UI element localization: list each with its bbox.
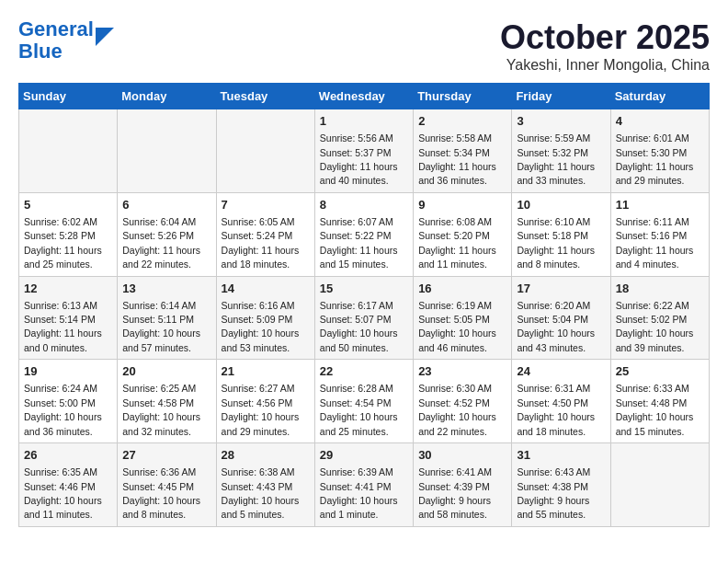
calendar-cell <box>216 109 314 193</box>
page-header: General Blue October 2025 Yakeshi, Inner… <box>18 18 710 74</box>
day-number: 14 <box>222 281 310 297</box>
calendar-week-5: 26Sunrise: 6:35 AM Sunset: 4:46 PM Dayli… <box>19 443 710 527</box>
calendar-cell: 31Sunrise: 6:43 AM Sunset: 4:38 PM Dayli… <box>512 443 610 527</box>
day-info: Sunrise: 6:10 AM Sunset: 5:18 PM Dayligh… <box>517 216 595 270</box>
calendar-cell: 21Sunrise: 6:27 AM Sunset: 4:56 PM Dayli… <box>216 360 314 443</box>
calendar-cell: 11Sunrise: 6:11 AM Sunset: 5:16 PM Dayli… <box>610 192 709 276</box>
day-number: 25 <box>616 363 704 380</box>
day-number: 9 <box>418 197 506 213</box>
day-info: Sunrise: 5:56 AM Sunset: 5:37 PM Dayligh… <box>320 132 398 186</box>
title-block: October 2025 Yakeshi, Inner Mongolia, Ch… <box>500 18 710 74</box>
calendar-header-row: SundayMondayTuesdayWednesdayThursdayFrid… <box>19 84 710 109</box>
calendar-cell: 20Sunrise: 6:25 AM Sunset: 4:58 PM Dayli… <box>118 360 216 443</box>
day-info: Sunrise: 6:16 AM Sunset: 5:09 PM Dayligh… <box>222 300 300 353</box>
day-number: 24 <box>517 363 605 380</box>
day-info: Sunrise: 5:59 AM Sunset: 5:32 PM Dayligh… <box>517 132 595 186</box>
day-number: 31 <box>517 447 605 464</box>
day-info: Sunrise: 6:28 AM Sunset: 4:54 PM Dayligh… <box>320 383 398 436</box>
day-number: 10 <box>517 197 605 213</box>
calendar-cell: 9Sunrise: 6:08 AM Sunset: 5:20 PM Daylig… <box>414 192 512 276</box>
day-info: Sunrise: 6:43 AM Sunset: 4:38 PM Dayligh… <box>517 466 590 520</box>
calendar-cell: 28Sunrise: 6:38 AM Sunset: 4:43 PM Dayli… <box>216 443 314 527</box>
page-subtitle: Yakeshi, Inner Mongolia, China <box>500 57 710 74</box>
day-number: 18 <box>616 281 704 297</box>
calendar-cell: 30Sunrise: 6:41 AM Sunset: 4:39 PM Dayli… <box>414 443 512 527</box>
col-header-saturday: Saturday <box>610 84 709 109</box>
day-number: 22 <box>320 363 408 380</box>
day-number: 16 <box>418 281 506 297</box>
logo: General Blue <box>18 18 114 63</box>
day-info: Sunrise: 6:36 AM Sunset: 4:45 PM Dayligh… <box>122 466 200 520</box>
day-number: 12 <box>24 281 112 297</box>
day-number: 7 <box>222 197 310 213</box>
day-number: 30 <box>418 447 506 464</box>
calendar-cell <box>118 109 216 193</box>
col-header-sunday: Sunday <box>19 84 118 109</box>
day-info: Sunrise: 6:17 AM Sunset: 5:07 PM Dayligh… <box>320 300 398 353</box>
day-number: 11 <box>616 197 704 213</box>
day-info: Sunrise: 6:25 AM Sunset: 4:58 PM Dayligh… <box>122 383 200 436</box>
day-info: Sunrise: 6:08 AM Sunset: 5:20 PM Dayligh… <box>418 216 496 270</box>
day-number: 20 <box>122 363 210 380</box>
day-number: 8 <box>320 197 408 213</box>
calendar-week-1: 1Sunrise: 5:56 AM Sunset: 5:37 PM Daylig… <box>19 109 710 193</box>
day-info: Sunrise: 6:14 AM Sunset: 5:11 PM Dayligh… <box>122 300 200 353</box>
day-number: 13 <box>122 281 210 297</box>
calendar-week-2: 5Sunrise: 6:02 AM Sunset: 5:28 PM Daylig… <box>19 192 710 276</box>
calendar-table: SundayMondayTuesdayWednesdayThursdayFrid… <box>18 83 710 527</box>
day-info: Sunrise: 6:20 AM Sunset: 5:04 PM Dayligh… <box>517 300 595 353</box>
calendar-cell: 4Sunrise: 6:01 AM Sunset: 5:30 PM Daylig… <box>610 109 709 193</box>
day-info: Sunrise: 6:22 AM Sunset: 5:02 PM Dayligh… <box>616 300 694 353</box>
day-number: 6 <box>122 197 210 213</box>
calendar-cell: 18Sunrise: 6:22 AM Sunset: 5:02 PM Dayli… <box>610 276 709 360</box>
calendar-cell: 8Sunrise: 6:07 AM Sunset: 5:22 PM Daylig… <box>314 192 413 276</box>
col-header-monday: Monday <box>118 84 216 109</box>
calendar-cell: 19Sunrise: 6:24 AM Sunset: 5:00 PM Dayli… <box>19 360 118 443</box>
calendar-cell: 17Sunrise: 6:20 AM Sunset: 5:04 PM Dayli… <box>512 276 610 360</box>
page-title: October 2025 <box>500 18 710 57</box>
calendar-cell: 23Sunrise: 6:30 AM Sunset: 4:52 PM Dayli… <box>414 360 512 443</box>
day-info: Sunrise: 6:31 AM Sunset: 4:50 PM Dayligh… <box>517 383 595 436</box>
calendar-cell: 13Sunrise: 6:14 AM Sunset: 5:11 PM Dayli… <box>118 276 216 360</box>
calendar-cell: 15Sunrise: 6:17 AM Sunset: 5:07 PM Dayli… <box>314 276 413 360</box>
logo-text: General Blue <box>18 18 94 63</box>
day-info: Sunrise: 6:13 AM Sunset: 5:14 PM Dayligh… <box>24 300 102 353</box>
calendar-cell <box>610 443 709 527</box>
day-info: Sunrise: 6:30 AM Sunset: 4:52 PM Dayligh… <box>418 383 496 436</box>
calendar-week-3: 12Sunrise: 6:13 AM Sunset: 5:14 PM Dayli… <box>19 276 710 360</box>
calendar-cell: 29Sunrise: 6:39 AM Sunset: 4:41 PM Dayli… <box>314 443 413 527</box>
day-number: 28 <box>222 447 310 464</box>
day-number: 15 <box>320 281 408 297</box>
day-number: 29 <box>320 447 408 464</box>
day-number: 17 <box>517 281 605 297</box>
svg-marker-0 <box>96 28 114 46</box>
day-info: Sunrise: 6:04 AM Sunset: 5:26 PM Dayligh… <box>122 216 200 270</box>
calendar-cell: 1Sunrise: 5:56 AM Sunset: 5:37 PM Daylig… <box>314 109 413 193</box>
day-info: Sunrise: 6:33 AM Sunset: 4:48 PM Dayligh… <box>616 383 694 436</box>
day-info: Sunrise: 6:11 AM Sunset: 5:16 PM Dayligh… <box>616 216 694 270</box>
calendar-cell: 2Sunrise: 5:58 AM Sunset: 5:34 PM Daylig… <box>414 109 512 193</box>
calendar-cell: 24Sunrise: 6:31 AM Sunset: 4:50 PM Dayli… <box>512 360 610 443</box>
calendar-week-4: 19Sunrise: 6:24 AM Sunset: 5:00 PM Dayli… <box>19 360 710 443</box>
calendar-cell: 22Sunrise: 6:28 AM Sunset: 4:54 PM Dayli… <box>314 360 413 443</box>
day-info: Sunrise: 6:19 AM Sunset: 5:05 PM Dayligh… <box>418 300 496 353</box>
day-number: 5 <box>24 197 112 213</box>
calendar-cell: 25Sunrise: 6:33 AM Sunset: 4:48 PM Dayli… <box>610 360 709 443</box>
calendar-cell: 10Sunrise: 6:10 AM Sunset: 5:18 PM Dayli… <box>512 192 610 276</box>
calendar-cell: 16Sunrise: 6:19 AM Sunset: 5:05 PM Dayli… <box>414 276 512 360</box>
calendar-cell: 6Sunrise: 6:04 AM Sunset: 5:26 PM Daylig… <box>118 192 216 276</box>
calendar-cell: 26Sunrise: 6:35 AM Sunset: 4:46 PM Dayli… <box>19 443 118 527</box>
calendar-cell: 12Sunrise: 6:13 AM Sunset: 5:14 PM Dayli… <box>19 276 118 360</box>
day-info: Sunrise: 6:02 AM Sunset: 5:28 PM Dayligh… <box>24 216 102 270</box>
col-header-thursday: Thursday <box>414 84 512 109</box>
calendar-cell <box>19 109 118 193</box>
day-info: Sunrise: 5:58 AM Sunset: 5:34 PM Dayligh… <box>418 132 496 186</box>
day-number: 4 <box>616 113 704 130</box>
calendar-cell: 5Sunrise: 6:02 AM Sunset: 5:28 PM Daylig… <box>19 192 118 276</box>
day-info: Sunrise: 6:39 AM Sunset: 4:41 PM Dayligh… <box>320 466 398 520</box>
logo-icon <box>96 28 114 46</box>
day-number: 1 <box>320 113 408 130</box>
day-info: Sunrise: 6:27 AM Sunset: 4:56 PM Dayligh… <box>222 383 300 436</box>
day-number: 2 <box>418 113 506 130</box>
col-header-wednesday: Wednesday <box>314 84 413 109</box>
